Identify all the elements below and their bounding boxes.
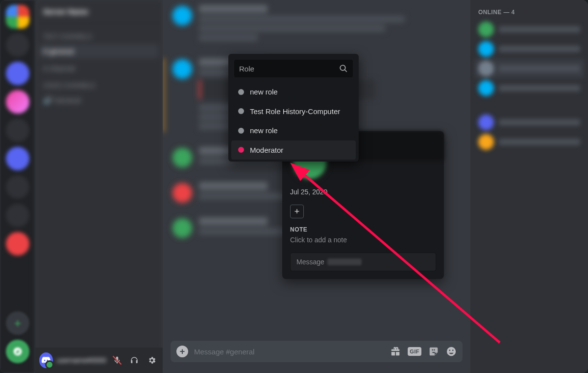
gif-button[interactable]: GIF: [408, 347, 421, 356]
chat-input-bar: + GIF: [171, 341, 463, 362]
server-icon[interactable]: [6, 175, 29, 199]
sticker-button[interactable]: [428, 346, 439, 357]
role-option[interactable]: new role: [231, 82, 356, 102]
compass-icon: [13, 347, 23, 356]
self-username: username#0000: [57, 356, 106, 364]
attach-button[interactable]: +: [176, 346, 188, 357]
headphones-icon: [130, 356, 139, 365]
server-rail: +: [0, 0, 35, 373]
server-icon[interactable]: [6, 118, 29, 142]
gift-button[interactable]: [390, 346, 401, 357]
member-list: ONLINE — 4: [470, 0, 588, 373]
search-icon: [339, 64, 348, 73]
role-color-dot: [238, 147, 244, 153]
member-row-selected[interactable]: [474, 59, 584, 78]
role-color-dot: [238, 89, 244, 95]
role-search-input[interactable]: [239, 65, 339, 73]
gift-icon: [390, 346, 401, 357]
profile-message-prefix: Message: [296, 258, 324, 266]
channel-sidebar: Server Name Text Channels # general # ch…: [35, 0, 163, 373]
note-input[interactable]: Click to add a note: [290, 236, 436, 244]
add-role-button[interactable]: +: [290, 205, 304, 218]
server-icon[interactable]: [6, 33, 29, 57]
discord-app: + Server Name Text Channels # general # …: [0, 0, 588, 373]
server-icon[interactable]: [6, 5, 29, 28]
discord-logo-icon: [41, 355, 51, 365]
user-panel: username#0000: [35, 348, 163, 373]
role-option-moderator[interactable]: Moderator: [231, 140, 356, 160]
profile-message-input[interactable]: Message: [290, 253, 436, 271]
emoji-button[interactable]: [446, 346, 457, 357]
role-label: Moderator: [250, 145, 283, 155]
role-option[interactable]: Test Role History-Computer: [231, 102, 356, 121]
server-icon[interactable]: [6, 90, 29, 114]
role-color-dot: [238, 108, 244, 114]
member-since-date: Jul 25, 2020: [290, 188, 436, 196]
role-picker-dropdown: new role Test Role History-Computer new …: [228, 54, 359, 162]
gear-icon: [147, 356, 156, 365]
microphone-icon: [113, 356, 122, 365]
emoji-icon: [446, 346, 457, 357]
sticker-icon: [428, 346, 439, 357]
user-settings-button[interactable]: [145, 352, 159, 368]
role-color-dot: [238, 128, 244, 134]
message-input[interactable]: [194, 348, 384, 356]
server-icon[interactable]: [6, 147, 29, 170]
role-label: new role: [250, 87, 278, 97]
note-section-label: NOTE: [290, 226, 436, 233]
server-icon[interactable]: [6, 232, 29, 256]
mute-button[interactable]: [110, 352, 124, 368]
server-icon[interactable]: [6, 62, 29, 85]
self-avatar[interactable]: [39, 352, 53, 368]
role-search: [234, 60, 353, 77]
role-option[interactable]: new role: [231, 121, 356, 140]
gif-badge: GIF: [408, 347, 421, 356]
add-server-button[interactable]: +: [6, 311, 29, 335]
deafen-button[interactable]: [128, 352, 142, 368]
explore-servers-button[interactable]: [6, 340, 29, 363]
role-label: Test Role History-Computer: [250, 107, 340, 117]
server-icon[interactable]: [6, 204, 29, 227]
role-label: new role: [250, 126, 278, 136]
member-list-header: ONLINE — 4: [474, 9, 584, 20]
profile-message-username-redacted: [327, 258, 362, 265]
